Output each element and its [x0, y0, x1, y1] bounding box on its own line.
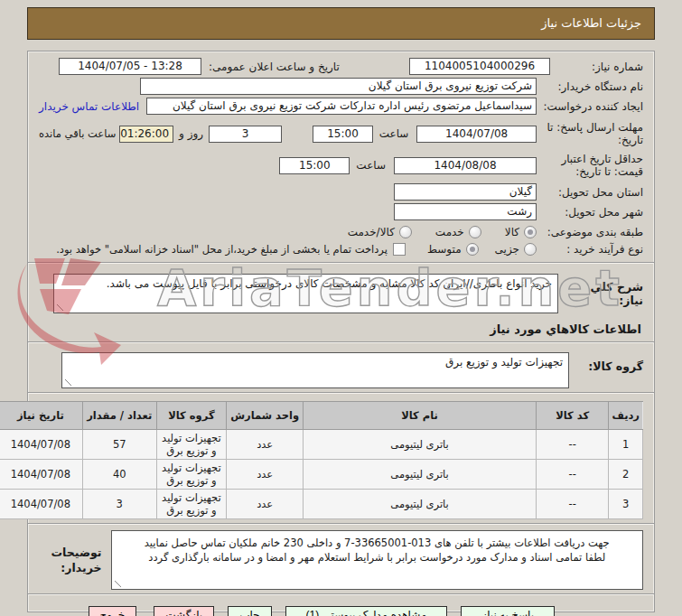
exit-button[interactable]: خروج — [89, 606, 137, 616]
buyer-notes-textarea[interactable]: جهت دریافت اطلاعات بیشتر با تلفن های 013… — [111, 530, 643, 590]
row-buyer-notes: جهت دریافت اطلاعات بیشتر با تلفن های 013… — [39, 530, 643, 590]
announce-datetime-field[interactable]: 1404/07/05 - 13:28 — [59, 58, 201, 75]
cell-row-number: 1 — [609, 430, 643, 460]
col-row-number: ردیف — [609, 402, 643, 430]
reply-deadline-date-field[interactable]: 1404/07/08 — [416, 126, 537, 143]
province-field[interactable]: گیلان — [394, 183, 537, 201]
radio-medium[interactable] — [466, 243, 479, 256]
col-need-date: تاریخ نیاز — [0, 402, 82, 430]
cell-row-number: 2 — [609, 460, 643, 490]
page-title: جزئیات اطلاعات نیاز — [541, 16, 641, 30]
radio-service[interactable] — [469, 226, 481, 238]
details-panel: شماره نیاز: 1104005104000296 تاریخ و ساع… — [27, 51, 655, 612]
col-unit: واحد شمارش — [227, 402, 304, 430]
items-section-title: اطلاعات کالاهاي مورد نیاز — [41, 322, 641, 336]
need-desc-label: شرح کلي نیاز: — [564, 280, 643, 307]
reply-deadline-time-field[interactable]: 15:00 — [313, 126, 372, 143]
buyer-notes-section: جهت دریافت اطلاعات بیشتر با تلفن های 013… — [28, 523, 654, 593]
cell-item-name: باتری لیتیومی — [304, 490, 537, 519]
cell-group: تجهیزات تولید و توزیع برق — [156, 490, 226, 519]
radio-goods-service-label: کالا/خدمت — [348, 226, 395, 238]
city-field[interactable]: رشت — [394, 203, 537, 220]
view-attached-docs-button[interactable]: مشاهده مدارک پیوستي (1) — [285, 606, 448, 616]
goods-group-section: گروه کالا: تجهیزات تولید و توزیع برق — [28, 341, 654, 392]
request-creator-field[interactable]: سیداسماعیل مرتضوی رئیس اداره تدارکات شرک… — [146, 98, 537, 115]
row-reply-deadline: مهلت ارسال پاسخ: تا تاریخ: 1404/07/08 سا… — [39, 121, 643, 146]
row-request-creator: ایجاد کننده درخواست: سیداسماعیل مرتضوی ر… — [39, 98, 643, 115]
goods-group-label: گروه کالا: — [585, 359, 643, 373]
table-row: 1 -- باتری لیتیومی عدد تجهیزات تولید و ت… — [0, 430, 643, 460]
radio-minor[interactable] — [524, 243, 537, 256]
need-number-field[interactable]: 1104005104000296 — [409, 58, 550, 75]
radio-goods[interactable] — [524, 226, 537, 238]
cell-row-number: 3 — [609, 490, 643, 519]
col-item-name: نام کالا — [304, 402, 537, 430]
cell-item-code: -- — [536, 490, 609, 519]
request-creator-label: ایجاد کننده درخواست: — [537, 100, 643, 113]
print-button[interactable]: چاپ — [228, 606, 271, 616]
cell-quantity: 3 — [82, 490, 156, 519]
price-validity-time-field[interactable]: 15:00 — [279, 157, 350, 174]
cell-need-date: 1404/07/08 — [0, 430, 82, 460]
cell-quantity: 57 — [82, 430, 156, 460]
col-quantity: تعداد / مقدار — [82, 402, 156, 430]
buyer-org-field[interactable]: شرکت توزیع نیروی برق استان گیلان — [140, 78, 537, 95]
table-row: 2 -- باتری لیتیومی عدد تجهیزات تولید و ت… — [0, 460, 643, 490]
days-label: روز و — [179, 127, 203, 140]
need-desc-textarea[interactable]: خرید انواع باطری//ایران کد کالا مشابه و … — [53, 274, 558, 313]
items-table: ردیف کد کالا نام کالا واحد شمارش گروه کا… — [0, 401, 643, 519]
price-validity-hour-label: ساعت — [356, 159, 386, 172]
cell-unit: عدد — [227, 460, 304, 490]
radio-goods-service[interactable] — [399, 226, 412, 238]
radio-medium-label: متوسط — [427, 243, 462, 256]
notes-line-2: لطفا تمامی اسناد و مدارک مورد درخواست بر… — [148, 551, 605, 564]
row-goods-group: گروه کالا: تجهیزات تولید و توزیع برق — [39, 352, 643, 388]
items-table-section: ردیف کد کالا نام کالا واحد شمارش گروه کا… — [28, 392, 654, 523]
goods-group-textarea[interactable]: تجهیزات تولید و توزیع برق — [61, 352, 569, 388]
remaining-label: ساعت باقي مانده — [39, 127, 116, 140]
back-button[interactable]: بازگشت — [154, 606, 214, 616]
cell-need-date: 1404/07/08 — [0, 460, 82, 490]
cell-unit: عدد — [227, 490, 304, 519]
row-need-number: شماره نیاز: 1104005104000296 تاریخ و ساع… — [39, 58, 643, 75]
cell-need-date: 1404/07/08 — [0, 490, 82, 519]
table-row: 3 -- باتری لیتیومی عدد تجهیزات تولید و ت… — [0, 490, 643, 519]
radio-minor-label: جزیی — [495, 243, 519, 256]
reply-deadline-label: مهلت ارسال پاسخ: تا تاریخ: — [537, 121, 643, 146]
need-number-label: شماره نیاز: — [550, 61, 643, 73]
buyer-notes-label: توضیحات خریدار: — [39, 545, 102, 575]
city-label: شهر محل تحویل: — [537, 206, 643, 219]
cell-item-name: باتری لیتیومی — [304, 430, 537, 460]
time-remaining-field: 01:26:00 — [119, 126, 173, 143]
cell-quantity: 40 — [82, 460, 156, 490]
price-validity-date-field[interactable]: 1404/08/08 — [394, 157, 537, 174]
days-remaining-field[interactable]: 3 — [209, 126, 282, 143]
row-process-type: نوع فرآیند خرید : جزیی متوسط پرداخت تمام… — [39, 243, 643, 256]
announce-datetime-label: تاریخ و ساعت اعلان عمومی: — [209, 61, 340, 73]
radio-service-label: خدمت — [435, 226, 464, 238]
general-info-section: شماره نیاز: 1104005104000296 تاریخ و ساع… — [28, 51, 654, 262]
process-type-label: نوع فرآیند خرید : — [537, 243, 643, 256]
row-buyer-org: نام دستگاه خریدار: شرکت توزیع نیروی برق … — [39, 78, 643, 95]
radio-goods-label: کالا — [505, 226, 519, 238]
buyer-org-label: نام دستگاه خریدار: — [537, 80, 643, 93]
col-item-code: کد کالا — [536, 402, 609, 430]
page-title-bar: جزئیات اطلاعات نیاز — [27, 7, 655, 40]
reply-deadline-hour-label: ساعت — [379, 127, 409, 140]
cell-unit: عدد — [227, 430, 304, 460]
row-price-validity: حداقل تاریخ اعتبار قیمت: تا تاریخ: 1404/… — [39, 153, 643, 178]
treasury-payment-checkbox[interactable] — [393, 243, 406, 256]
col-group: گروه کالا — [156, 402, 226, 430]
row-province: استان محل تحویل: گیلان — [39, 183, 643, 201]
row-need-desc: شرح کلي نیاز: خرید انواع باطری//ایران کد… — [39, 274, 643, 313]
cell-group: تجهیزات تولید و توزیع برق — [156, 430, 226, 460]
action-buttons-bar: پاسخ به نیاز مشاهده مدارک پیوستي (1) چاپ… — [28, 593, 654, 616]
reply-to-need-button[interactable]: پاسخ به نیاز — [461, 606, 555, 616]
notes-line-1: جهت دریافت اطلاعات بیشتر با تلفن های 013… — [145, 537, 610, 549]
subject-class-label: طبقه بندی موضوعی: — [537, 226, 643, 238]
row-city: شهر محل تحویل: رشت — [39, 203, 643, 220]
buyer-contact-link[interactable]: اطلاعات تماس خریدار — [39, 100, 139, 113]
need-desc-section: شرح کلي نیاز: خرید انواع باطری//ایران کد… — [28, 262, 654, 341]
province-label: استان محل تحویل: — [537, 186, 643, 199]
cell-item-code: -- — [536, 430, 609, 460]
